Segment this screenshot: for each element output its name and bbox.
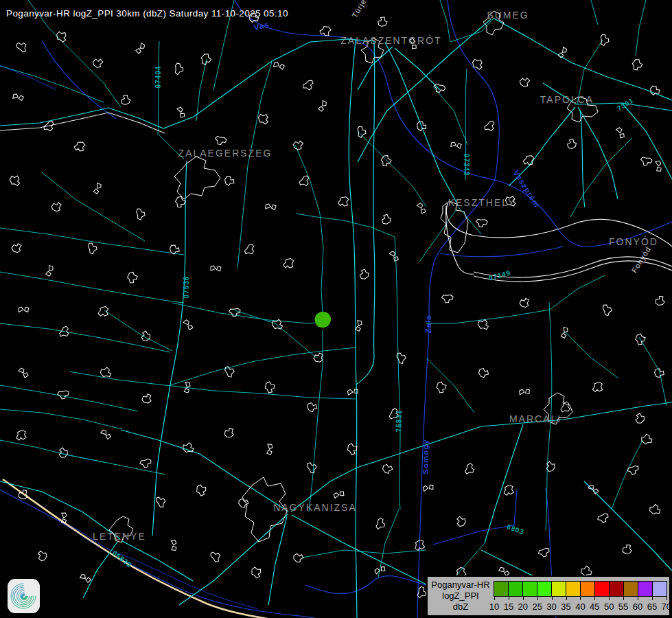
white-road-layer [0,113,672,282]
settlement-glyph [14,428,29,443]
settlement-glyph [57,447,69,459]
settlement-glyph [167,538,181,552]
settlement-glyph [441,291,454,304]
settlement-glyph [565,138,577,150]
settlement-glyph [544,461,557,473]
settlement-glyph [561,402,570,412]
legend-color-cell [624,582,638,596]
legend-tick-mark [638,597,638,600]
map-label-places: ZALAEGERSZEG [178,148,273,159]
map-label-places: NAGYKANIZSA [273,502,357,513]
settlement-glyph [393,351,407,364]
settlement-glyph [223,174,235,186]
settlement-glyph [336,195,350,208]
legend-tick-mark [623,597,624,600]
legend-color-cell [523,582,537,596]
legend-station-name: Poganyvar-HR [431,580,489,591]
legend-tick-label: 20 [518,602,528,612]
settlement-glyph [649,84,660,95]
settlement-glyph [588,484,599,495]
radar-viewer: { "title": "Poganyvar-HR logZ_PPI 30km (… [0,0,672,618]
settlement-glyph [434,82,446,93]
settlement-glyph [471,57,485,71]
settlement-glyph [648,503,662,516]
settlement-glyph [415,586,427,598]
settlement-glyph [389,251,399,262]
settlement-glyph [304,461,317,474]
settlement-glyph [627,462,640,476]
settlement-glyph [135,43,146,54]
settlement-glyph [421,481,435,494]
settlement-glyph [127,271,138,284]
settlement-glyph [224,428,233,437]
map-label-places: KESZTHELY [448,197,516,208]
legend-color-cell [537,582,551,596]
legend-unit: dbZ [453,602,468,613]
radar-title: Poganyvar-HR logZ_PPI 30km (dbZ) Saturda… [6,8,288,19]
settlement-glyph [16,303,30,317]
radar-map-canvas [0,0,672,618]
map-label-roads: 07404 [154,66,162,89]
settlement-glyph [596,510,610,524]
settlement-glyph [172,62,185,75]
settlement-glyph [222,365,235,378]
settlement-glyph [476,216,489,228]
settlement-glyph [316,100,329,112]
settlement-glyph [265,382,275,393]
legend-tick-mark [580,597,581,600]
legend-tick-label: 10 [489,602,499,612]
settlement-glyph [374,564,386,576]
settlement-glyph [653,367,665,379]
legend-color-cell [595,582,609,596]
settlement-glyph [51,201,62,212]
legend-tick-label: 50 [604,602,614,612]
settlement-glyph [209,551,222,563]
settlement-glyph [455,516,467,527]
settlement-glyph [518,76,530,88]
settlement-glyph [244,243,255,255]
settlement-glyph [590,380,605,395]
legend-color-cell [494,582,508,596]
map-label-counties: Somogy [421,439,430,474]
settlement-glyph [251,566,263,579]
legend-tick-label: 45 [590,602,599,612]
legend-tick-mark [609,597,610,600]
settlement-glyph [99,365,113,380]
settlement-glyph [502,483,516,498]
settlement-glyph [437,382,446,393]
settlement-glyph [381,462,393,474]
settlement-glyph [305,400,318,413]
legend-tick-label: 40 [575,602,585,612]
legend-tick-mark [494,597,495,600]
map-label-places: MARCALI [509,413,561,424]
settlement-glyph [537,545,551,558]
settlement-glyph [621,544,632,555]
settlement-glyph [19,368,28,378]
settlement-glyph [352,319,365,332]
legend-tick-mark [566,597,567,600]
settlement-glyph [133,207,147,220]
settlement-glyph [181,441,196,455]
settlement-glyph [484,119,496,132]
legend-color-cell [638,582,652,596]
settlement-glyph [346,385,359,398]
legend-tick-label: 65 [647,602,657,612]
map-label-places: LETENYE [93,531,146,542]
legend-panel: Poganyvar-HR logZ_PPI dbZ 10152025303540… [426,575,671,617]
settlement-glyph [8,173,23,187]
settlement-glyph [332,488,345,501]
legend-tick-label: 30 [546,602,556,612]
legend-tick-mark [667,597,667,600]
settlement-glyph [380,214,392,226]
settlement-glyph [199,52,212,66]
settlement-glyph [634,413,646,425]
settlement-glyph [183,320,194,330]
settlement-glyph [557,47,568,58]
settlement-glyph [174,196,186,209]
legend-color-cell [581,582,594,596]
settlement-glyph [55,30,69,44]
settlement-glyph [477,366,489,378]
settlement-glyph [209,262,222,275]
legend-tick-mark [537,597,538,600]
settlement-glyph [263,442,277,456]
